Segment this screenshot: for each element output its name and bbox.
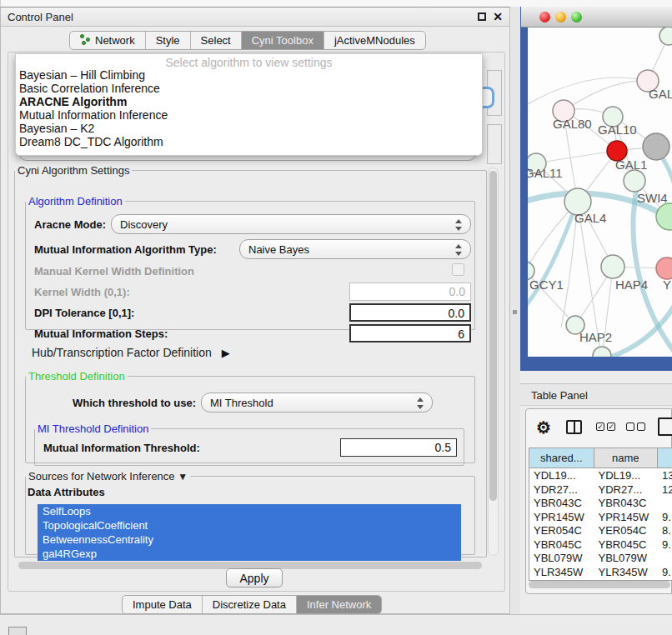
cyni-bottom-tabstrip: Impute Data Discretize Data Infer Networ… xyxy=(122,595,382,614)
node-salmon[interactable] xyxy=(656,258,672,279)
cell: YLR345W xyxy=(594,565,659,579)
table-row[interactable]: YPR145WYPR145W9. xyxy=(529,510,672,524)
network-canvas[interactable]: GAL GAL80 GAL10 GAL1 GAL11 SWI4 GAL4 GCY… xyxy=(528,28,672,357)
network-window-titlebar[interactable] xyxy=(521,7,672,28)
tab-label: Impute Data xyxy=(133,598,192,611)
algorithm-option-dream8[interactable]: Dream8 DC_TDC Algorithm xyxy=(16,135,482,148)
gear-icon[interactable]: ⚙ xyxy=(536,418,551,438)
stepper-arrows-icon xyxy=(417,397,424,410)
tab-infer-network[interactable]: Infer Network xyxy=(297,596,381,613)
control-panel-window: Control Panel ✕ Network Style Select Cyn… xyxy=(0,7,510,614)
algorithm-option-bayesian-k2[interactable]: Bayesian – K2 xyxy=(16,122,482,135)
column-layout-icon[interactable] xyxy=(566,420,582,434)
sources-group: Sources for Network Inference ▼ Data Att… xyxy=(25,470,475,555)
stepper-arrows-icon xyxy=(455,218,463,232)
tab-label: Select xyxy=(201,34,231,47)
list-item[interactable]: SelfLoops xyxy=(38,504,461,518)
table-row[interactable]: YLR345WYLR345W9. xyxy=(529,565,672,579)
mac-zoom-icon[interactable] xyxy=(571,12,582,22)
tab-network[interactable]: Network xyxy=(70,32,146,49)
node-bright-green[interactable] xyxy=(656,203,672,230)
column-header-shared[interactable]: shared... xyxy=(529,448,594,468)
node-label: GAL10 xyxy=(598,122,637,137)
node-table[interactable]: shared... name YDL19...YDL19...13 YDR27.… xyxy=(529,448,672,581)
cell: 9. xyxy=(658,565,672,579)
cell: 9. xyxy=(658,510,672,524)
tab-cyni-toolbox[interactable]: Cyni Toolbox xyxy=(242,32,324,49)
table-row[interactable]: YBR043CYBR043C xyxy=(529,496,672,510)
document-icon[interactable] xyxy=(658,418,672,436)
tab-style[interactable]: Style xyxy=(146,32,191,49)
cell: 13 xyxy=(658,468,672,482)
obscured-groupbox-edge xyxy=(487,124,502,164)
algorithm-dropdown-placeholder: Select algorithm to view settings xyxy=(16,54,482,68)
panel-splitter[interactable] xyxy=(511,7,520,614)
settings-vertical-scrollbar[interactable] xyxy=(488,168,499,556)
tab-label: Discretize Data xyxy=(213,598,286,611)
which-threshold-value: MI Threshold xyxy=(210,397,273,409)
list-item[interactable]: TopologicalCoefficient xyxy=(38,518,461,532)
dpi-tolerance-input[interactable]: 0.0 xyxy=(349,303,471,322)
collapse-down-icon[interactable]: ▼ xyxy=(178,471,188,482)
threshold-definition-title: Threshold Definition xyxy=(26,370,128,382)
node-label: GAL11 xyxy=(528,166,563,180)
algorithm-option-bayesian-hill-climbing[interactable]: Bayesian – Hill Climbing xyxy=(16,68,482,82)
minimized-panel-stub[interactable] xyxy=(8,627,27,635)
list-item[interactable]: gal4RGexp xyxy=(38,547,461,561)
algorithm-option-mutual-information[interactable]: Mutual Information Inference xyxy=(16,108,482,122)
table-row[interactable]: YBR045CYBR045C9. xyxy=(529,538,672,552)
float-window-icon[interactable] xyxy=(478,12,486,21)
table-horizontal-scrollbar[interactable] xyxy=(529,581,670,588)
mac-minimize-icon[interactable] xyxy=(555,12,566,22)
kernel-width-input[interactable]: 0.0 xyxy=(349,282,471,301)
mi-threshold-input[interactable]: 0.5 xyxy=(340,438,457,457)
mac-close-icon[interactable] xyxy=(539,12,550,22)
dpi-tolerance-label: DPI Tolerance [0,1]: xyxy=(34,307,134,319)
column-header-partial[interactable] xyxy=(658,448,672,468)
network-graph: GAL GAL80 GAL10 GAL1 GAL11 SWI4 GAL4 GCY… xyxy=(528,28,672,357)
manual-kernel-width-checkbox[interactable] xyxy=(452,263,464,276)
mi-algorithm-type-label: Mutual Information Algorithm Type: xyxy=(34,243,217,256)
node-swi4[interactable] xyxy=(624,170,645,192)
cell xyxy=(658,496,672,510)
close-icon[interactable]: ✕ xyxy=(493,10,503,23)
table-row[interactable]: YDR27...YDR27...12 xyxy=(529,482,672,497)
tab-label: Infer Network xyxy=(307,598,371,611)
deselect-all-checkboxes-icon[interactable] xyxy=(626,422,645,431)
data-attributes-list[interactable]: SelfLoops TopologicalCoefficient Between… xyxy=(38,504,461,561)
mi-algorithm-type-value: Naive Bayes xyxy=(248,243,309,256)
tab-impute-data[interactable]: Impute Data xyxy=(123,596,203,613)
node-label: HAP2 xyxy=(579,330,612,344)
tab-discretize-data[interactable]: Discretize Data xyxy=(203,596,297,613)
node-label: SWI4 xyxy=(637,191,668,205)
algorithm-option-aracne[interactable]: ARACNE Algorithm xyxy=(16,95,482,108)
node-partial-bottom[interactable] xyxy=(593,347,611,357)
algorithm-definition-group: Algorithm Definition Aracne Mode: Discov… xyxy=(25,195,475,330)
table-row[interactable]: YER054CYER054C8. xyxy=(529,523,672,538)
cell: YDR27... xyxy=(594,482,659,497)
mi-steps-input[interactable]: 6 xyxy=(349,324,471,342)
apply-button[interactable]: Apply xyxy=(226,568,283,588)
cell: YER054C xyxy=(594,523,659,538)
which-threshold-combobox[interactable]: MI Threshold xyxy=(201,392,433,412)
cell: 9. xyxy=(658,538,672,552)
column-header-name[interactable]: name xyxy=(594,448,659,468)
algorithm-option-basic-correlation[interactable]: Basic Correlation Inference xyxy=(16,82,482,95)
sources-legend: Sources for Network Inference ▼ xyxy=(26,470,190,482)
cell: YPR145W xyxy=(594,510,659,524)
mi-algorithm-type-combobox[interactable]: Naive Bayes xyxy=(239,239,471,259)
table-toolbar: ⚙ ✓✓ xyxy=(526,409,671,448)
node-gray[interactable] xyxy=(643,133,669,160)
hub-definition-expander[interactable]: Hub/Transcription Factor Definition ▶ xyxy=(32,346,230,359)
list-item[interactable]: BetweennessCentrality xyxy=(38,532,461,547)
node-hap4[interactable] xyxy=(601,255,624,278)
table-row[interactable]: YBL079WYBL079W xyxy=(529,551,672,565)
table-row[interactable]: YDL19...YDL19...13 xyxy=(529,468,672,482)
manual-kernel-width-label: Manual Kernel Width Definition xyxy=(34,265,194,278)
node[interactable] xyxy=(659,28,672,45)
tab-jactivemnodules[interactable]: jActiveMNodules xyxy=(324,32,425,49)
aracne-mode-combobox[interactable]: Discovery xyxy=(111,214,471,234)
tab-select[interactable]: Select xyxy=(191,32,242,49)
cell: YBL079W xyxy=(529,551,594,565)
select-all-checkboxes-icon[interactable]: ✓✓ xyxy=(596,422,615,431)
